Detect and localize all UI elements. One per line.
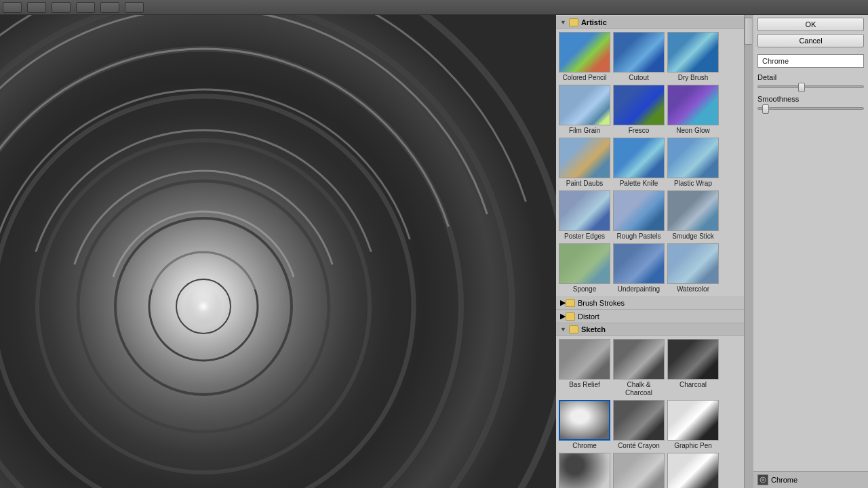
category-brush-strokes[interactable]: ▶ Brush Strokes	[556, 296, 752, 310]
filter-thumb-halftone-pattern	[559, 453, 610, 488]
filter-label-watercolor: Watercolor	[667, 285, 719, 293]
filter-label-sponge: Sponge	[559, 285, 610, 293]
smoothness-slider-thumb[interactable]	[762, 104, 769, 114]
category-artistic[interactable]: ▼ Artistic	[556, 16, 752, 29]
smoothness-label: Smoothness	[757, 95, 864, 103]
category-artistic-label: Artistic	[581, 18, 607, 26]
folder-icon-distort	[566, 312, 575, 321]
filter-item-sponge[interactable]: Sponge	[559, 243, 610, 293]
toolbar-btn-2[interactable]	[27, 2, 46, 13]
filter-label-chalk-charcoal: Chalk & Charcoal	[613, 381, 665, 397]
filter-label-poster-edges: Poster Edges	[559, 232, 610, 241]
filter-label-plastic-wrap: Plastic Wrap	[667, 180, 719, 188]
filter-label-colored-pencil: Colored Pencil	[559, 74, 610, 82]
preview-label: Chrome	[771, 476, 797, 484]
filter-item-bas-relief[interactable]: Bas Relief	[559, 339, 610, 397]
filter-list: ▼ Artistic Colored Pencil Cutout Dry Bru…	[556, 15, 753, 488]
filter-thumb-film-grain	[559, 85, 610, 125]
filter-label-neon-glow: Neon Glow	[667, 127, 719, 135]
artistic-grid: Colored Pencil Cutout Dry Brush Film Gra…	[556, 29, 752, 296]
ok-button[interactable]: OK	[757, 18, 864, 31]
filter-item-film-grain[interactable]: Film Grain	[559, 85, 610, 135]
filter-item-charcoal[interactable]: Charcoal	[667, 339, 719, 397]
filter-thumb-chalk-charcoal	[613, 339, 665, 380]
filter-label-smudge-stick: Smudge Stick	[667, 232, 719, 241]
toolbar-btn-4[interactable]	[76, 2, 95, 13]
filter-item-conte-crayon[interactable]: Conté Crayon	[613, 400, 665, 450]
cancel-button[interactable]: Cancel	[757, 34, 864, 47]
filter-label-paint-daubs: Paint Daubs	[559, 180, 610, 188]
filter-thumb-underpainting	[613, 243, 665, 284]
filter-label-fresco: Fresco	[613, 127, 665, 135]
filter-label-dry-brush: Dry Brush	[667, 74, 719, 82]
arrow-distort: ▶	[560, 312, 566, 321]
filter-item-rough-pastels[interactable]: Rough Pastels	[613, 190, 665, 241]
filter-thumb-rough-pastels	[613, 190, 665, 231]
filter-thumb-poster-edges	[559, 190, 610, 231]
preview-area	[0, 15, 556, 488]
filter-name-display: Chrome	[757, 54, 864, 68]
filter-item-note-paper[interactable]: Note Paper	[613, 453, 665, 488]
filter-item-neon-glow[interactable]: Neon Glow	[667, 85, 719, 135]
filter-item-dry-brush[interactable]: Dry Brush	[667, 32, 719, 82]
filter-thumb-palette-knife	[613, 138, 665, 178]
filter-label-conte-crayon: Conté Crayon	[613, 442, 665, 450]
category-sketch-label: Sketch	[581, 325, 606, 333]
filter-thumb-note-paper	[613, 453, 665, 488]
preview-canvas	[0, 15, 556, 488]
filter-item-photocopy[interactable]: Photocopy	[667, 453, 719, 488]
detail-slider-thumb[interactable]	[798, 83, 805, 92]
filter-label-palette-knife: Palette Knife	[613, 180, 665, 188]
filter-item-fresco[interactable]: Fresco	[613, 85, 665, 135]
filter-item-chrome[interactable]: Chrome	[559, 400, 610, 450]
toolbar-btn-5[interactable]	[100, 2, 119, 13]
scrollbar-thumb[interactable]	[745, 18, 753, 45]
filter-item-cutout[interactable]: Cutout	[613, 32, 665, 82]
right-bottom-preview: Chrome	[753, 471, 868, 488]
main-container: ▼ Artistic Colored Pencil Cutout Dry Bru…	[0, 15, 868, 488]
filter-thumb-bas-relief	[559, 339, 610, 380]
preview-icon	[757, 474, 768, 485]
svg-point-2	[762, 479, 764, 481]
right-panel: OK Cancel Chrome Detail Smoothness	[753, 15, 868, 488]
filter-item-plastic-wrap[interactable]: Plastic Wrap	[667, 138, 719, 188]
filter-thumb-photocopy	[667, 453, 719, 488]
filter-label-chrome: Chrome	[559, 442, 610, 450]
category-brush-strokes-label: Brush Strokes	[578, 299, 625, 307]
filter-thumb-smudge-stick	[667, 190, 719, 231]
filter-thumb-charcoal	[667, 339, 719, 380]
filter-label-cutout: Cutout	[613, 74, 665, 82]
category-distort[interactable]: ▶ Distort	[556, 310, 752, 323]
toolbar-btn-6[interactable]	[125, 2, 144, 13]
filter-label-charcoal: Charcoal	[667, 381, 719, 389]
filter-label-bas-relief: Bas Relief	[559, 381, 610, 389]
toolbar	[0, 0, 868, 15]
toolbar-btn-1[interactable]	[3, 2, 22, 13]
filter-label-underpainting: Underpainting	[613, 285, 665, 293]
arrow-sketch: ▼	[560, 326, 566, 333]
filter-thumb-sponge	[559, 243, 610, 284]
filter-item-smudge-stick[interactable]: Smudge Stick	[667, 190, 719, 241]
filter-item-watercolor[interactable]: Watercolor	[667, 243, 719, 293]
filter-thumb-conte-crayon	[613, 400, 665, 441]
filter-thumb-plastic-wrap	[667, 138, 719, 178]
folder-icon-artistic	[569, 18, 578, 26]
filter-thumb-dry-brush	[667, 32, 719, 73]
arrow-artistic: ▼	[560, 19, 566, 26]
filter-item-poster-edges[interactable]: Poster Edges	[559, 190, 610, 241]
filter-item-chalk-charcoal[interactable]: Chalk & Charcoal	[613, 339, 665, 397]
filter-thumb-neon-glow	[667, 85, 719, 125]
filter-item-graphic-pen[interactable]: Graphic Pen	[667, 400, 719, 450]
toolbar-btn-3[interactable]	[52, 2, 71, 13]
filter-item-colored-pencil[interactable]: Colored Pencil	[559, 32, 610, 82]
category-sketch[interactable]: ▼ Sketch	[556, 323, 752, 336]
smoothness-slider[interactable]	[757, 107, 864, 110]
filter-item-underpainting[interactable]: Underpainting	[613, 243, 665, 293]
filter-item-halftone-pattern[interactable]: Halftone Pattern	[559, 453, 610, 488]
filter-item-palette-knife[interactable]: Palette Knife	[613, 138, 665, 188]
filter-list-scrollbar[interactable]	[744, 15, 752, 488]
filter-thumb-colored-pencil	[559, 32, 610, 73]
detail-slider[interactable]	[757, 85, 864, 88]
filter-item-paint-daubs[interactable]: Paint Daubs	[559, 138, 610, 188]
filter-thumb-fresco	[613, 85, 665, 125]
